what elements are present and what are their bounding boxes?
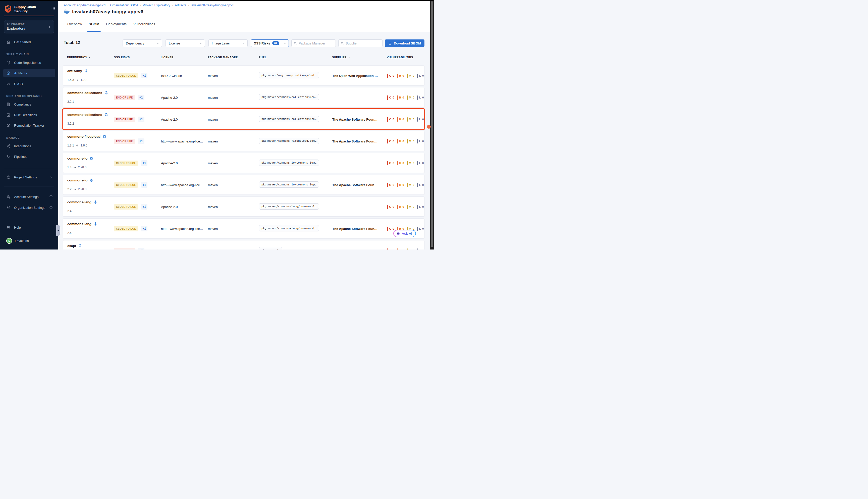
purl-value[interactable]: pkg:maven/commons-fileupload/com… <box>259 138 319 144</box>
sidebar-item-organization-settings[interactable]: Organization Settings <box>3 203 55 212</box>
tab-vulnerabilities[interactable]: Vulnerabilities <box>133 16 155 32</box>
column-header-supplier[interactable]: SUPPLIER <box>332 56 387 59</box>
package-manager-cell: maven <box>208 205 259 209</box>
sidebar-item-help[interactable]: Help <box>3 223 55 232</box>
version-info: 3.2.1 <box>67 100 114 104</box>
vuln-count: 0 <box>402 161 404 165</box>
sidebar-item-artifacts[interactable]: Artifacts <box>3 69 55 77</box>
dependency-cell: commons-collections 3.2.1 <box>67 87 114 108</box>
sidebar-item-code-repositories[interactable]: Code Repositories <box>3 58 55 67</box>
purl-value[interactable]: pkg:maven/org.owasp.antisamy/ant… <box>259 72 319 78</box>
scrollbar-thumb[interactable] <box>431 1 433 247</box>
clipboard-check-icon <box>6 113 11 117</box>
supplier-search <box>338 39 383 47</box>
sidebar-item-remediation-tracker[interactable]: Remediation Tracker <box>3 121 55 130</box>
tab-deployments[interactable]: Deployments <box>106 16 127 32</box>
sidebar-user-menu[interactable]: L Lavakush <box>3 236 55 245</box>
purl-value[interactable]: pkg:maven/commons-lang/commons-l… <box>259 225 319 231</box>
risk-extra-badge[interactable]: +1 <box>141 226 148 231</box>
search-icon <box>294 42 297 45</box>
risk-extra-badge[interactable]: +1 <box>141 73 148 78</box>
filter-label: OSS Risks <box>254 41 270 45</box>
tab-sbom[interactable]: SBOM <box>89 16 99 32</box>
table-row[interactable]: commons-lang 2.6 CLOSE TO EOL +1 http---… <box>63 218 424 239</box>
risk-extra-badge[interactable]: +1 <box>138 248 145 250</box>
oss-risks-cell: END OF LIFE +1 <box>114 138 161 144</box>
purl-value[interactable]: pkg:maven/commons-io/commons-io@… <box>259 160 319 166</box>
dependency-cell: commons-lang 2.4 <box>67 197 114 217</box>
vuln-letter: L <box>419 205 421 208</box>
license-filter-dropdown[interactable]: License <box>165 39 205 47</box>
vuln-letter: C <box>389 249 392 250</box>
app-window: Supply Chain Security PROJECT Explorator… <box>0 0 434 250</box>
version-info: 2.4 <box>67 209 114 213</box>
vuln-letter: H <box>399 118 401 121</box>
risk-extra-badge[interactable]: +1 <box>138 117 145 122</box>
dependency-filter-dropdown[interactable]: Dependency <box>123 39 162 47</box>
tab-overview[interactable]: Overview <box>67 16 82 32</box>
image-layer-filter-dropdown[interactable]: Image Layer <box>209 39 248 47</box>
table-row[interactable]: commons-collections 3.2.2 END OF LIFE +1… <box>63 109 424 129</box>
risk-extra-badge[interactable]: +1 <box>138 138 145 144</box>
vuln-badge-c: C0 <box>387 183 394 187</box>
breadcrumb-link[interactable]: Account: app-harness-ng-cicd <box>64 3 106 7</box>
risk-extra-badge[interactable]: +1 <box>141 204 148 209</box>
table-row[interactable]: antisamy 1.5.3 1.7.8 CLOSE TO EOL +1 BSD… <box>63 65 424 85</box>
purl-cell: pkg:maven/commons-io/commons-io@… <box>259 160 332 167</box>
column-header-dependency[interactable]: DEPENDENCY <box>67 56 114 59</box>
purl-value[interactable]: pkg:maven/commons-lang/commons-l… <box>259 203 319 209</box>
ask-ai-button[interactable]: Ask AI <box>393 230 416 237</box>
sidebar-item-rule-definitions[interactable]: Rule Definitions <box>3 111 55 119</box>
risk-badge: CLOSE TO EOL <box>114 160 138 166</box>
sidebar-collapse-handle[interactable] <box>56 224 60 236</box>
chevron-right-icon <box>48 25 51 29</box>
oss-risks-filter-dropdown[interactable]: OSS Risks 02 <box>251 39 289 47</box>
download-sbom-button[interactable]: Download SBOM <box>385 39 424 47</box>
dependency-cell: commons-collections 3.2.2 <box>67 109 114 130</box>
sidebar-item-get-started[interactable]: Get Started <box>3 38 55 46</box>
vuln-badge-c: C0 <box>387 205 394 209</box>
vuln-severity-bar <box>387 183 388 187</box>
purl-value[interactable]: pkg:maven/commons-collections/co… <box>259 94 319 100</box>
purl-value[interactable]: pkg:maven/commons-io/commons-io@… <box>259 181 319 188</box>
info-icon[interactable] <box>49 195 53 198</box>
page-header: Account: app-harness-ng-cicd›Organizatio… <box>58 0 434 16</box>
vuln-badge-c: C0 <box>387 117 394 122</box>
vuln-severity-bar <box>417 248 418 250</box>
sidebar-item-ci-cd[interactable]: CI/CD <box>3 80 55 88</box>
sidebar-item-integrations[interactable]: Integrations <box>3 142 55 150</box>
table-row[interactable]: commons-io 2.2 2.20.0 CLOSE TO EOL +1 ht… <box>63 175 424 195</box>
sort-desc-icon[interactable] <box>88 56 91 59</box>
risk-extra-badge[interactable]: +1 <box>138 95 145 100</box>
table-row[interactable]: commons-lang 2.4 CLOSE TO EOL +1 Apache-… <box>63 196 424 217</box>
supplier-search-input[interactable] <box>346 41 380 45</box>
sidebar-item-account-settings[interactable]: Account Settings <box>3 193 55 201</box>
sidebar-item-label: CI/CD <box>14 82 23 86</box>
package-manager-search-input[interactable] <box>299 41 334 45</box>
vuln-letter: L <box>419 140 421 143</box>
sidebar-item-project-settings[interactable]: Project Settings <box>3 173 55 181</box>
breadcrumb-link[interactable]: Organization: SSCA <box>110 3 138 7</box>
table-row[interactable]: commons-fileupload 1.3.1 1.6.0 END OF LI… <box>63 131 424 151</box>
breadcrumb-link[interactable]: Project: Exploratory <box>143 3 170 7</box>
table-row[interactable]: commons-io 1.4 2.20.0 CLOSE TO EOL +1 Ap… <box>63 153 424 173</box>
app-switcher-grid-icon[interactable] <box>51 7 55 11</box>
info-icon[interactable] <box>49 206 53 209</box>
risk-extra-badge[interactable]: +1 <box>141 182 148 188</box>
arrow-right-icon <box>73 188 76 191</box>
layers-icon <box>84 69 88 73</box>
sort-both-icon[interactable] <box>348 56 350 59</box>
sidebar-item-compliance[interactable]: Compliance <box>3 100 55 109</box>
sidebar-item-pipelines[interactable]: Pipelines <box>3 152 55 161</box>
table-row[interactable]: esapi END OF LIFE +1 BSD Creative Common… <box>63 240 424 250</box>
project-selector[interactable]: PROJECT Exploratory <box>4 20 54 34</box>
vuln-severity-bar <box>417 227 418 231</box>
purl-value[interactable]: pkg:maven/… <box>259 247 282 250</box>
breadcrumb-link[interactable]: Artifacts <box>175 3 186 7</box>
purl-value[interactable]: pkg:maven/commons-collections/co… <box>259 116 319 122</box>
vuln-count: 0 <box>402 118 404 121</box>
breadcrumb-link[interactable]: lavakush07/easy-buggy-app:v6 <box>191 3 234 7</box>
risk-extra-badge[interactable]: +1 <box>141 160 148 166</box>
vuln-badge-h: H0 <box>397 205 404 209</box>
table-row[interactable]: commons-collections 3.2.1 END OF LIFE +1… <box>63 87 424 107</box>
